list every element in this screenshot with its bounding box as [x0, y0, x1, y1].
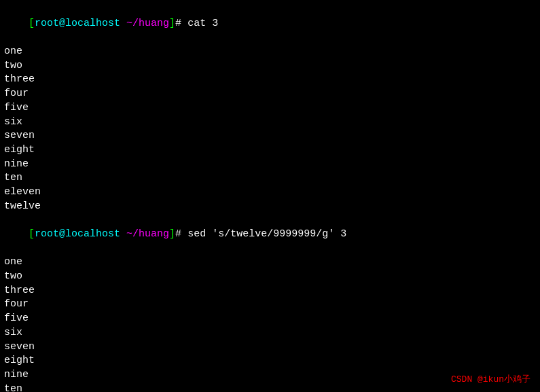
output-15: three [4, 284, 536, 298]
bracket-open-1: [ [29, 18, 35, 29]
bracket-close-2: ] [169, 228, 175, 240]
user-host-2: root@localhost [35, 228, 120, 240]
output-3: three [4, 73, 536, 87]
output-1: one [4, 45, 536, 59]
command-line-2: [root@localhost ~/huang]# sed 's/twelve/… [4, 213, 536, 255]
bracket-close-1: ] [169, 18, 175, 29]
output-5: five [4, 101, 536, 115]
output-14: two [4, 270, 536, 284]
output-19: seven [4, 340, 536, 355]
terminal-window: [root@localhost ~/huang]# cat 3 one two … [0, 0, 540, 392]
output-17: five [4, 312, 536, 326]
hash-1: # [175, 18, 181, 29]
output-13: one [4, 255, 536, 270]
output-18: six [4, 326, 536, 340]
output-12: twelve [4, 200, 536, 214]
hash-2: # [175, 228, 181, 240]
output-2: two [4, 59, 536, 73]
output-16: four [4, 298, 536, 312]
output-4: four [4, 87, 536, 101]
output-7: seven [4, 129, 536, 143]
command-2: sed 's/twelve/9999999/g' 3 [181, 228, 346, 240]
command-1: cat 3 [181, 18, 218, 29]
output-20: eight [4, 354, 536, 368]
output-9: nine [4, 158, 536, 172]
path-2: ~/huang [126, 228, 169, 240]
path-1: ~/huang [126, 18, 169, 29]
command-line-1: [root@localhost ~/huang]# cat 3 [4, 3, 536, 45]
watermark: CSDN @ikun小鸡子 [451, 373, 530, 385]
output-10: ten [4, 171, 536, 185]
user-host-1: root@localhost [35, 18, 120, 29]
bracket-open-2: [ [29, 228, 35, 240]
output-8: eight [4, 143, 536, 158]
output-11: eleven [4, 185, 536, 200]
output-6: six [4, 115, 536, 130]
